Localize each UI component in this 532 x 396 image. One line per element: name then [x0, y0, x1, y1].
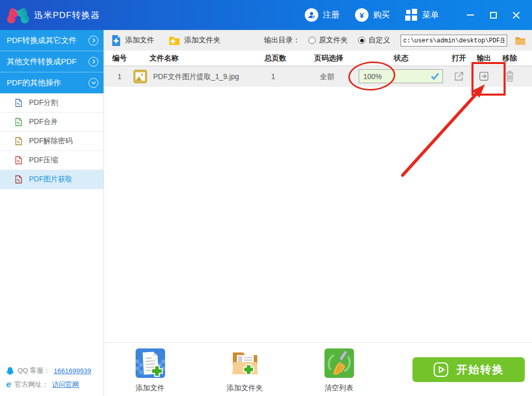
site-label: 官方网址： [14, 380, 48, 389]
sidebar-item-label: PDF压缩 [29, 156, 58, 165]
qq-support-row: QQ 客服：1661699939 [6, 366, 91, 375]
app-title: 迅米PDF转换器 [34, 9, 100, 21]
menu-label: 菜单 [422, 10, 439, 21]
col-page-select: 页码选择 [314, 51, 343, 66]
browser-icon: e [6, 381, 11, 388]
category-label: PDF的其他操作 [7, 78, 88, 88]
footer-add-file-button[interactable]: 添加文件 [123, 348, 177, 393]
sidebar-item-label: PDF图片获取 [29, 175, 72, 184]
open-file-button[interactable] [453, 70, 465, 82]
sidebar-item-label: PDF分割 [29, 98, 58, 108]
col-output: 输出 [477, 51, 491, 66]
sidebar-category-other-to-pdf[interactable]: 其他文件转换成PDF [0, 51, 104, 72]
progress-value: 100% [363, 72, 382, 81]
website-row: e 官方网址：访问官网 [6, 380, 91, 389]
main-area: 添加文件 添加文件夹 输出目录： 原文件夹 自定义 [104, 30, 532, 396]
table-header: 编号 文件名称 总页数 页码选择 状态 打开 输出 移除 [104, 51, 532, 66]
chevron-right-icon [88, 36, 98, 45]
start-convert-label: 开始转换 [456, 362, 504, 377]
sidebar-item-label: PDF解除密码 [29, 136, 72, 146]
pdf-file-icon [15, 175, 22, 184]
titlebar-actions: 注册 ¥ 购买 菜单 [305, 0, 532, 30]
menu-button[interactable]: 菜单 [405, 9, 439, 21]
register-label: 注册 [323, 10, 339, 21]
sidebar-item-pdf-compress[interactable]: PDF压缩 [0, 151, 104, 170]
radio-custom-label: 自定义 [368, 36, 390, 45]
sidebar-category-pdf-other-ops[interactable]: PDF的其他操作 [0, 72, 104, 94]
official-site-link[interactable]: 访问官网 [52, 380, 79, 389]
titlebar: 迅米PDF转换器 注册 ¥ 购买 菜单 [0, 0, 532, 30]
col-open: 打开 [452, 51, 466, 66]
radio-original-label: 原文件夹 [319, 36, 348, 45]
sidebar-item-pdf-merge[interactable]: PDF合并 [0, 113, 104, 132]
footer-add-file-label: 添加文件 [123, 384, 177, 393]
footer-bar: 添加文件 添加文件夹 [104, 342, 532, 396]
add-folder-icon [169, 36, 180, 45]
check-icon [431, 72, 439, 80]
pdf-file-icon [15, 137, 22, 145]
col-filename: 文件名称 [150, 51, 179, 66]
col-remove: 移除 [503, 51, 517, 66]
register-button[interactable]: 注册 [305, 8, 339, 22]
qq-icon [6, 367, 14, 375]
radio-custom[interactable] [358, 37, 365, 44]
output-dir-group: 输出目录： 原文件夹 自定义 [264, 35, 526, 47]
col-status: 状态 [394, 51, 408, 66]
add-file-big-icon [136, 348, 165, 378]
buy-button[interactable]: ¥ 购买 [355, 8, 390, 22]
browse-folder-button[interactable] [515, 36, 526, 45]
pdf-file-icon [15, 156, 22, 164]
pdf-file-icon [15, 99, 22, 107]
sidebar-item-pdf-split[interactable]: PDF分割 [0, 94, 104, 113]
sidebar-item-pdf-image-extract[interactable]: PDF图片获取 [0, 170, 104, 189]
user-icon [305, 8, 318, 22]
col-number: 编号 [112, 51, 127, 66]
add-file-label: 添加文件 [125, 36, 154, 45]
footer-clear-list-button[interactable]: 清空列表 [312, 348, 366, 393]
output-path-input[interactable] [401, 35, 507, 47]
sidebar-contact: QQ 客服：1661699939 e 官方网址：访问官网 [6, 366, 91, 389]
sidebar-item-label: PDF合并 [29, 117, 58, 127]
row-page-selection: 全部 [320, 66, 334, 87]
export-arrow-icon [478, 70, 490, 82]
row-filename: PDF文件图片提取_1_9.jpg [153, 66, 239, 87]
minimize-icon [467, 14, 474, 16]
external-link-icon [453, 70, 465, 82]
progress-bar: 100% [359, 69, 443, 83]
folder-icon [515, 36, 526, 45]
footer-add-folder-label: 添加文件夹 [218, 384, 272, 393]
maximize-button[interactable] [484, 0, 502, 30]
add-folder-button[interactable]: 添加文件夹 [169, 36, 220, 45]
close-icon [512, 11, 520, 19]
app-logo-icon [6, 3, 30, 27]
chevron-down-icon [88, 78, 98, 88]
close-button[interactable] [507, 0, 525, 30]
remove-row-button[interactable] [505, 70, 515, 82]
add-folder-big-icon [230, 348, 260, 378]
start-convert-button[interactable]: 开始转换 [412, 357, 525, 382]
app-window: 迅米PDF转换器 注册 ¥ 购买 菜单 [0, 0, 532, 396]
toolbar: 添加文件 添加文件夹 输出目录： 原文件夹 自定义 [104, 30, 532, 51]
table-row: 1 PDF文件图片提取_1_9.jpg 1 全部 100% [104, 66, 532, 87]
minimize-button[interactable] [462, 0, 479, 30]
clear-list-icon [324, 348, 354, 378]
col-total-pages: 总页数 [264, 51, 286, 66]
export-output-button[interactable] [478, 70, 490, 82]
row-number: 1 [117, 66, 122, 87]
add-file-icon [111, 35, 121, 47]
trash-icon [505, 70, 515, 82]
radio-original-folder[interactable] [308, 37, 316, 44]
add-file-button[interactable]: 添加文件 [111, 35, 154, 47]
sidebar-category-pdf-to-other[interactable]: PDF转换成其它文件 [0, 30, 104, 51]
category-label: 其他文件转换成PDF [7, 57, 88, 67]
sidebar-item-pdf-remove-password[interactable]: PDF解除密码 [0, 132, 104, 151]
category-label: PDF转换成其它文件 [7, 36, 88, 45]
output-dir-label: 输出目录： [264, 36, 300, 45]
play-icon [433, 362, 449, 377]
chevron-right-icon [88, 57, 98, 67]
qq-label: QQ 客服： [18, 366, 50, 375]
footer-add-folder-button[interactable]: 添加文件夹 [218, 348, 272, 393]
yen-icon: ¥ [355, 8, 368, 22]
qq-number-link[interactable]: 1661699939 [54, 367, 91, 375]
row-total-pages: 1 [271, 66, 275, 87]
